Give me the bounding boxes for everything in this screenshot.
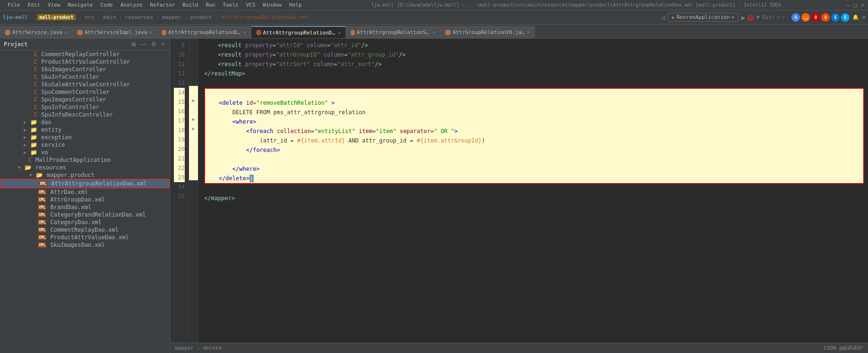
back-icon[interactable]: ◁ [661,14,664,21]
line-num-25: 25 [174,192,185,201]
tree-item-label: CommentReplayDao.xml [50,227,119,233]
tab-attrgroup-vo[interactable]: AttrGroupRelationVO.java × [440,26,535,38]
sidebar-item-mallproductapplication[interactable]: C MallProductApplication [0,156,170,164]
tab-attrattrgroup-dao-java[interactable]: AttrAttrgroupRelationDao.java × [157,26,251,38]
tab-attrserviceimpl[interactable]: AttrServiceImpl.java × [72,26,157,38]
folder-open-icon: 📂 [36,172,43,178]
close-button[interactable]: × [861,2,864,8]
menu-refactor[interactable]: Refactor [146,1,179,9]
run-button[interactable]: ▶ [741,14,745,21]
menu-code[interactable]: Code [96,1,117,9]
sidebar-item-skuimagesdao-xml[interactable]: XML SkuImagesDao.xml [0,241,170,249]
menu-navigate[interactable]: Navigate [64,1,97,9]
sidebar-item-skusaleattrvaluecontroller[interactable]: C SkuSaleAttrValueController [0,81,170,88]
folder-icon: 📁 [30,126,37,133]
sidebar-item-skuinfocontroller[interactable]: C SkuInfoController [0,73,170,81]
menu-run[interactable]: Run [202,1,219,9]
sidebar-item-spuinfocontroller[interactable]: C SpuInfoController [0,103,170,111]
sidebar-item-entity[interactable]: ▶ 📁 entity [0,126,170,134]
tab-attrservice[interactable]: AttrService.java × [0,26,72,38]
sidebar-item-spuinfodesccontroller[interactable]: C SpuInfoDescController [0,111,170,118]
sidebar-item-service[interactable]: ▶ 📁 service [0,141,170,149]
gutter-24 [189,180,198,190]
menu-build[interactable]: Build [179,1,202,9]
gutter-12 [189,67,198,76]
window-controls[interactable]: — □ × [846,2,864,8]
line-num-17: 17 [174,116,185,126]
menu-file[interactable]: File [4,1,24,9]
tree-item-label: SpuCommentController [41,89,110,95]
main-layout: Project ⊞ — ⚙ × C CommentReplayControlle… [0,39,868,353]
minimize-button[interactable]: — [846,2,850,8]
edge-icon[interactable]: E [831,13,840,22]
chrome-icon[interactable]: G [791,13,800,22]
tab-close-button[interactable]: × [432,30,435,35]
title-bar: File Edit View Navigate Code Analyze Ref… [0,0,868,10]
firefox-icon[interactable]: 🦊 [801,13,810,22]
sidebar-item-skuimagescontroller[interactable]: C SkuImagesController [0,66,170,73]
tree-item-label: AttrAttrgroupRelationDao.xml [51,180,146,187]
tab-label: AttrService.java [12,29,62,35]
folder-icon: 📁 [30,134,37,141]
sidebar-item-spucommentcontroller[interactable]: C SpuCommentController [0,88,170,96]
sidebar-settings-button[interactable]: ⚙ [150,41,158,48]
sidebar-collapse-button[interactable]: — [139,41,148,48]
tab-close-button[interactable]: × [149,30,152,35]
sidebar-close-button[interactable]: × [160,41,166,48]
line-num-12: 12 [174,69,185,78]
debug-button[interactable]: 🐞 [747,14,755,21]
sidebar-expand-button[interactable]: ⊞ [130,41,138,48]
sidebar-item-attrattrgrouprelationdao-xml[interactable]: XML AttrAttrgroupRelationDao.xml [0,179,170,188]
class-file-icon: C [34,96,37,103]
sidebar-item-commentreplaydao-xml[interactable]: XML CommentReplayDao.xml [0,226,170,234]
tab-attrattrgroup-dao-xml[interactable]: AttrAttrgroupRelationDao.xml × [251,26,346,38]
opera2-icon[interactable]: O [821,13,830,22]
tree-item-label: ProductAttrValueDao.xml [50,234,129,241]
sidebar-item-spuimagescontroller[interactable]: C SpuImagesController [0,96,170,103]
line-num-19: 19 [174,135,185,144]
sidebar-item-resources[interactable]: ▼ 📂 resources [0,164,170,171]
sidebar-item-vo[interactable]: ▶ 📁 vo [0,149,170,156]
sidebar-item-attrgroupdao-xml[interactable]: XML AttrGroupDao.xml [0,196,170,203]
sidebar-item-dao[interactable]: ▶ 📁 dao [0,118,170,126]
opera-icon[interactable]: O [811,13,820,22]
coverage-button[interactable]: ⊛ [756,14,759,21]
menu-edit[interactable]: Edit [24,1,44,9]
gutter-18: ▶ [189,124,198,133]
sidebar-item-categorydao-xml[interactable]: XML CategoryDao.xml [0,219,170,226]
sidebar-item-exception[interactable]: ▶ 📁 exception [0,134,170,141]
tab-close-button[interactable]: × [527,30,530,35]
settings-icon[interactable]: ⚙ [862,14,865,20]
edge2-icon[interactable]: E [841,13,850,22]
sidebar-item-productattrvaluedao-xml[interactable]: XML ProductAttrValueDao.xml [0,234,170,241]
sidebar-item-branddao-xml[interactable]: XML BrandDao.xml [0,203,170,211]
tab-close-button[interactable]: × [64,30,67,35]
menu-bar[interactable]: File Edit View Navigate Code Analyze Ref… [4,1,306,9]
code-line-23: </delete> | [205,174,863,183]
code-scroll-area[interactable]: 9 10 11 12 13 14 15 16 17 18 19 20 21 22… [170,39,868,343]
sidebar-item-commentreplaycontroller[interactable]: C CommentReplayController [0,50,170,58]
sidebar-item-attrdao-xml[interactable]: XML AttrDao.xml [0,188,170,196]
menu-window[interactable]: Window [259,1,285,9]
sidebar-item-mapper-product[interactable]: ▼ 📂 mapper.product [0,171,170,179]
folder-icon: 📁 [30,149,37,156]
tab-attrgroup-service[interactable]: AttrAttrgroupRelationService.java × [346,26,440,38]
line-num-21: 21 [174,154,185,163]
tab-close-button[interactable]: × [243,30,246,35]
run-config-selector[interactable]: ▶ RenrenApplication ▼ [668,13,739,22]
tree-item-label: CategoryDao.xml [50,219,101,226]
sidebar-item-productattrvaluecontroller[interactable]: C ProductAttrValueController [0,58,170,66]
tab-close-button[interactable]: × [338,30,341,35]
notification-icon[interactable]: 🔔 [852,14,859,20]
menu-help[interactable]: Help [285,1,306,9]
sidebar-item-categorybrandrelationdao-xml[interactable]: XML CategoryBrandRelationDao.xml [0,211,170,219]
menu-view[interactable]: View [44,1,64,9]
maximize-button[interactable]: □ [854,2,857,8]
code-content[interactable]: <result property="attrId" column="attr_i… [198,39,868,343]
menu-vcs[interactable]: VCS [242,1,259,9]
code-editor[interactable]: 9 10 11 12 13 14 15 16 17 18 19 20 21 22… [170,39,868,353]
run-buttons[interactable]: ▶ 🐞 ⊛ [741,14,760,21]
menu-analyze[interactable]: Analyze [117,1,146,9]
menu-tools[interactable]: Tools [219,1,242,9]
gutter-21 [189,152,198,161]
